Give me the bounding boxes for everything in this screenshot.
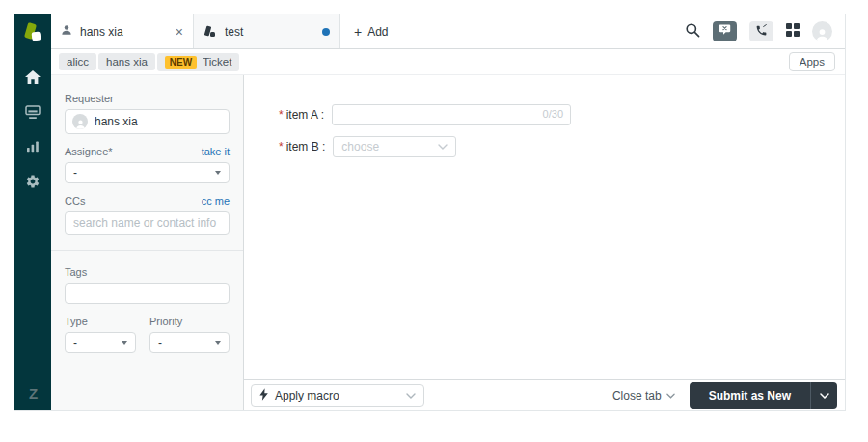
type-field: Type - [65, 316, 136, 353]
tags-input[interactable] [65, 283, 230, 304]
item-b-row: * item B : choose [279, 136, 845, 157]
zendesk-logo: Z [29, 385, 37, 401]
type-select[interactable]: - [65, 332, 136, 353]
type-label: Type [65, 316, 88, 327]
required-marker: * [279, 108, 284, 122]
apps-button[interactable]: Apps [789, 52, 835, 71]
tab-test[interactable]: test [194, 14, 340, 48]
close-icon[interactable]: × [176, 25, 183, 39]
ticket-properties-panel: Requester hans xia Assignee* take it [51, 75, 244, 410]
item-b-select[interactable]: choose [333, 136, 456, 157]
status-badge: NEW [165, 56, 197, 69]
assignee-select[interactable]: - [65, 162, 230, 183]
apply-macro-select[interactable]: Apply macro [251, 384, 424, 407]
ccs-field: CCs cc me [65, 195, 230, 235]
lightning-icon [259, 388, 268, 403]
breadcrumb-item-requester[interactable]: hans xia [98, 53, 155, 70]
chevron-down-icon [122, 341, 127, 345]
agent-workspace-window: Z hans xia × test + Add [14, 14, 846, 411]
sidebar-item-admin[interactable] [14, 164, 51, 199]
views-icon [25, 105, 41, 120]
submit-options-button[interactable] [811, 382, 837, 409]
requester-avatar [72, 114, 88, 129]
breadcrumb-item-account[interactable]: alicc [59, 53, 96, 70]
chevron-down-icon [438, 144, 448, 150]
ticket-footer-bar: Apply macro Close tab Submit as New [244, 379, 845, 410]
phone-icon [755, 24, 768, 40]
panel-divider [51, 250, 243, 251]
add-tab-label: Add [367, 25, 388, 39]
unsaved-dot-icon [322, 28, 330, 36]
priority-field: Priority - [149, 316, 230, 353]
assignee-label: Assignee* [65, 146, 113, 157]
requester-label: Requester [65, 93, 114, 104]
requester-value: hans xia [95, 115, 138, 128]
screenshot-stage: Z hans xia × test + Add [0, 0, 868, 442]
sidebar-item-views[interactable] [14, 95, 51, 129]
chevron-down-icon [666, 393, 675, 399]
item-a-input[interactable] [332, 104, 571, 125]
submit-split-button: Submit as New [690, 382, 837, 409]
ticket-logo-icon [203, 25, 217, 39]
chevron-down-icon [406, 393, 416, 399]
chat-icon [719, 24, 731, 39]
item-b-placeholder: choose [341, 140, 379, 153]
product-logo[interactable] [21, 21, 44, 44]
item-b-label: item B : [286, 140, 326, 153]
main-sidebar: Z [14, 14, 51, 410]
close-tab-label: Close tab [612, 389, 662, 402]
priority-value: - [158, 336, 162, 349]
home-icon [25, 70, 41, 85]
tags-label: Tags [65, 266, 87, 278]
search-icon[interactable] [685, 22, 700, 41]
item-a-input-wrap: 0/30 [332, 104, 571, 125]
sidebar-item-home[interactable] [14, 60, 51, 95]
apply-macro-label: Apply macro [275, 389, 339, 402]
ccs-input[interactable] [65, 211, 230, 235]
gear-icon [25, 174, 41, 189]
type-value: - [73, 336, 77, 349]
submit-as-new-button[interactable]: Submit as New [690, 382, 811, 409]
priority-select[interactable]: - [149, 332, 230, 353]
chat-button[interactable] [713, 21, 737, 41]
tags-field: Tags [65, 266, 230, 304]
chevron-down-icon [820, 393, 829, 399]
close-tab-dropdown[interactable]: Close tab [612, 389, 675, 402]
item-a-row: * item A : 0/30 [279, 104, 845, 125]
tab-label: test [225, 25, 314, 39]
topbar-icons [685, 14, 845, 48]
assignee-field: Assignee* take it - [65, 146, 230, 183]
reports-icon [26, 140, 40, 153]
breadcrumb-ticket-label: Ticket [203, 56, 231, 68]
cc-me-link[interactable]: cc me [202, 195, 230, 207]
tab-label: hans xia [80, 25, 168, 39]
person-icon [61, 24, 72, 39]
take-it-link[interactable]: take it [202, 146, 230, 157]
ccs-label: CCs [65, 195, 85, 207]
chevron-down-icon [215, 341, 221, 345]
priority-label: Priority [149, 316, 182, 327]
breadcrumb: alicc hans xia NEW Ticket Apps [51, 49, 845, 75]
phone-button[interactable] [749, 21, 773, 41]
avatar[interactable] [812, 21, 832, 41]
plus-icon: + [354, 25, 362, 39]
requester-field: Requester hans xia [65, 93, 230, 134]
add-tab-button[interactable]: + Add [340, 14, 402, 48]
breadcrumb-item-ticket[interactable]: NEW Ticket [157, 53, 240, 71]
item-a-label: item A : [286, 108, 324, 122]
required-marker: * [279, 140, 284, 153]
logo-white-shape [32, 32, 41, 41]
apps-grid-icon[interactable] [786, 23, 800, 40]
requester-input[interactable]: hans xia [65, 109, 230, 134]
chevron-down-icon [215, 171, 221, 175]
sidebar-item-reports[interactable] [14, 129, 51, 164]
tab-hans-xia[interactable]: hans xia × [51, 14, 194, 48]
assignee-value: - [73, 166, 77, 180]
ticket-form-area: * item A : 0/30 * item B : choose [244, 75, 845, 410]
tab-bar: hans xia × test + Add [51, 14, 845, 49]
